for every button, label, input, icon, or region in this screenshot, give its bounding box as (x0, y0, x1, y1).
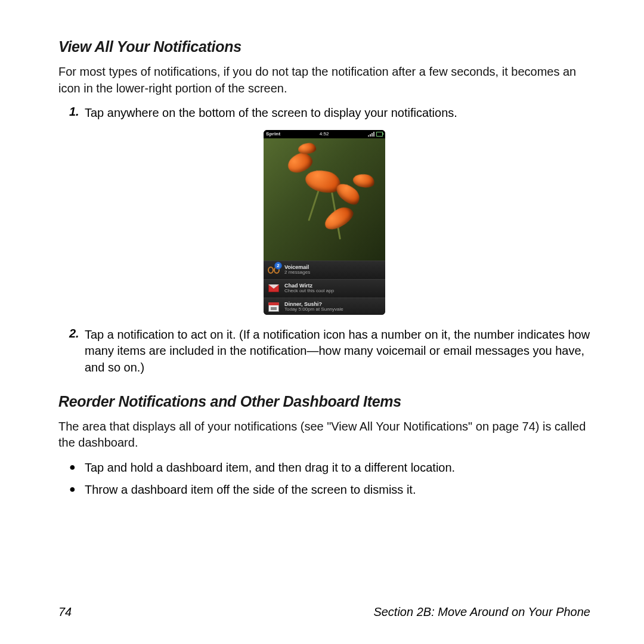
bullet-text: Tap and hold a dashboard item, and then … (85, 460, 455, 476)
bullet-text: Throw a dashboard item off the side of t… (85, 482, 416, 499)
mail-icon (267, 282, 280, 295)
notif-subtitle: Today 5:00pm at Sunnyvale (284, 307, 343, 312)
bullet-dot: ● (69, 460, 85, 476)
footer-label: Section 2B: Move Around on Your Phone (373, 605, 590, 619)
notif-calendar: Dinner, Sushi? Today 5:00pm at Sunnyvale (264, 298, 385, 315)
status-right-icons (368, 132, 383, 137)
voicemail-icon: 2 (267, 264, 280, 277)
page-footer: 74 Section 2B: Move Around on Your Phone (58, 605, 590, 619)
notif-voicemail: 2 Voicemail 2 messages (264, 261, 385, 279)
bullet-1: ● Tap and hold a dashboard item, and the… (69, 460, 590, 476)
notif-subtitle: Check out this cool app (284, 289, 334, 293)
step-2: 2. Tap a notification to act on it. (If … (69, 327, 590, 376)
calendar-icon (267, 301, 280, 314)
document-page: View All Your Notifications For most typ… (0, 0, 644, 644)
notif-email: Chad Wirtz Check out this cool app (264, 279, 385, 298)
step-number: 1. (69, 105, 85, 122)
carrier-label: Sprint (266, 131, 280, 137)
page-number: 74 (58, 605, 72, 619)
phone-screenshot: Sprint 4:52 2 Voic (264, 130, 385, 315)
voicemail-badge: 2 (274, 262, 282, 270)
heading-view-notifications: View All Your Notifications (58, 38, 590, 55)
step-number: 2. (69, 327, 85, 376)
phone-status-bar: Sprint 4:52 (264, 130, 385, 138)
intro-paragraph-2: The area that displays all of your notif… (58, 419, 590, 451)
step-text: Tap a notification to act on it. (If a n… (85, 327, 590, 376)
bullet-dot: ● (69, 482, 85, 499)
signal-icon (368, 132, 374, 137)
battery-icon (376, 132, 383, 137)
heading-reorder-dashboard: Reorder Notifications and Other Dashboar… (58, 393, 590, 410)
screenshot-container: Sprint 4:52 2 Voic (58, 130, 590, 315)
phone-notification-tray: 2 Voicemail 2 messages Chad Wirtz Check … (264, 261, 385, 315)
phone-wallpaper (264, 138, 385, 261)
notif-subtitle: 2 messages (284, 270, 310, 275)
intro-paragraph-1: For most types of notifications, if you … (58, 64, 590, 97)
step-1: 1. Tap anywhere on the bottom of the scr… (69, 105, 590, 122)
status-time: 4:52 (320, 131, 329, 137)
bullet-2: ● Throw a dashboard item off the side of… (69, 482, 590, 499)
step-text: Tap anywhere on the bottom of the screen… (85, 105, 457, 122)
